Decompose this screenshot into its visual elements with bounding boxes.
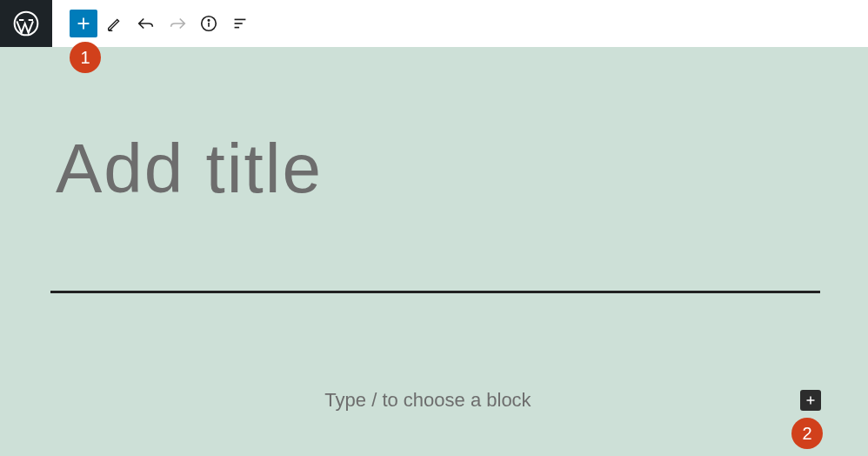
block-appender-row: Type / to choose a block bbox=[56, 389, 821, 412]
inline-inserter-button[interactable] bbox=[800, 390, 821, 411]
redo-icon bbox=[168, 14, 187, 33]
redo-button[interactable] bbox=[164, 10, 191, 37]
default-block-appender[interactable]: Type / to choose a block bbox=[56, 389, 800, 412]
plus-icon bbox=[803, 392, 818, 408]
svg-point-5 bbox=[208, 20, 209, 21]
add-block-button[interactable] bbox=[70, 10, 97, 37]
undo-icon bbox=[137, 14, 156, 33]
wordpress-logo[interactable] bbox=[0, 0, 52, 47]
annotation-badge-1: 1 bbox=[70, 42, 101, 73]
details-button[interactable] bbox=[195, 10, 223, 37]
content-wrapper: Add title Type / to choose a block bbox=[56, 47, 812, 412]
info-icon bbox=[199, 14, 218, 33]
post-title-input[interactable]: Add title bbox=[56, 134, 812, 204]
edit-icon bbox=[105, 14, 124, 33]
wordpress-icon bbox=[12, 10, 40, 37]
separator bbox=[50, 291, 820, 293]
annotation-badge-2: 2 bbox=[791, 418, 823, 449]
editor-toolbar bbox=[0, 0, 868, 47]
toolbar-button-group bbox=[52, 10, 254, 37]
undo-button[interactable] bbox=[132, 10, 160, 37]
plus-icon bbox=[74, 14, 93, 33]
tools-button[interactable] bbox=[101, 10, 129, 37]
outline-icon bbox=[230, 14, 250, 33]
outline-button[interactable] bbox=[226, 10, 254, 37]
editor-canvas: Add title Type / to choose a block bbox=[0, 47, 868, 456]
